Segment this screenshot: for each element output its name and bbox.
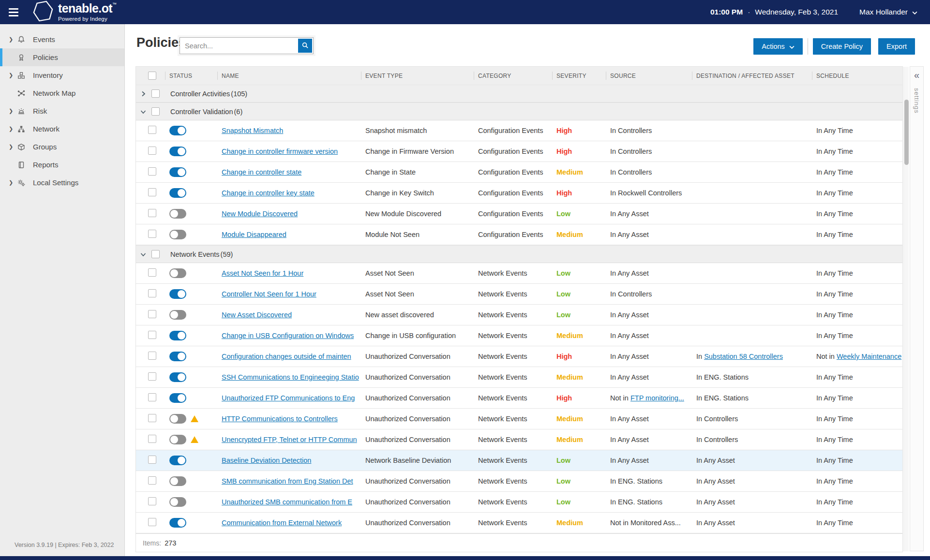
column-header-severity[interactable]: SEVERITY	[552, 67, 606, 85]
policy-name-link[interactable]: Controller Not Seen for 1 Hour	[222, 290, 316, 298]
settings-tab[interactable]: settings	[913, 88, 920, 114]
status-toggle-on[interactable]	[169, 372, 186, 382]
destination-link[interactable]: Substation 58 Controllers	[704, 353, 783, 360]
source-text: In Any Asset	[610, 415, 649, 423]
policy-name-link[interactable]: HTTP Communications to Controllers	[222, 415, 338, 423]
actions-button[interactable]: Actions	[753, 38, 803, 55]
source-cell: In Any Asset	[606, 231, 692, 238]
column-header-schedule[interactable]: SCHEDULE	[812, 67, 902, 85]
sidebar-item-inventory[interactable]: ❯Inventory	[0, 66, 124, 84]
select-all-checkbox[interactable]	[148, 72, 156, 80]
group-checkbox[interactable]	[151, 107, 160, 116]
row-checkbox[interactable]	[148, 476, 156, 485]
policy-name-link[interactable]: Unauthorized FTP Communications to Eng	[222, 394, 355, 402]
status-toggle-off[interactable]	[169, 435, 186, 444]
search-button[interactable]	[298, 39, 312, 53]
row-checkbox[interactable]	[148, 497, 156, 505]
policy-name-link[interactable]: SSH Communications to Engineeging Statio	[222, 373, 359, 381]
column-header-source[interactable]: SOURCE	[606, 67, 692, 85]
policy-name-link[interactable]: SMB communication from Eng Station Det	[222, 477, 353, 485]
policy-name-link[interactable]: Change in controller key state	[222, 189, 315, 197]
status-toggle-on[interactable]	[169, 188, 186, 198]
user-menu[interactable]: Max Hollander	[859, 8, 917, 16]
scrollbar-thumb[interactable]	[904, 100, 909, 165]
row-checkbox[interactable]	[148, 518, 156, 526]
column-header-name[interactable]: NAME	[217, 67, 361, 85]
status-toggle-off[interactable]	[169, 209, 186, 219]
sidebar-item-network-map[interactable]: Network Map	[0, 84, 124, 102]
policy-name-link[interactable]: Change in controller firmware version	[222, 147, 338, 155]
column-header-category[interactable]: CATEGORY	[474, 67, 552, 85]
hamburger-menu-icon[interactable]	[9, 8, 18, 16]
policy-name-link[interactable]: Change in controller state	[222, 168, 301, 176]
policy-row: Baseline Deviation DetectionNetwork Base…	[136, 450, 902, 471]
expand-panel-icon[interactable]: «	[914, 70, 919, 80]
sidebar-item-network[interactable]: ❯Network	[0, 120, 124, 138]
row-checkbox[interactable]	[148, 126, 156, 134]
schedule-link[interactable]: Weekly Maintenance	[837, 353, 901, 360]
row-checkbox[interactable]	[148, 372, 156, 381]
schedule-cell: In Any Time	[812, 394, 902, 402]
row-checkbox[interactable]	[148, 147, 156, 155]
sidebar-item-policies[interactable]: Policies	[0, 48, 124, 66]
policy-name-link[interactable]: Baseline Deviation Detection	[222, 457, 311, 464]
status-toggle-on[interactable]	[169, 167, 186, 177]
sidebar-item-events[interactable]: ❯Events	[0, 30, 124, 48]
policy-name-link[interactable]: Unencrypted FTP, Telnet or HTTP Commun	[222, 436, 357, 443]
column-header-event-type[interactable]: EVENT TYPE	[361, 67, 474, 85]
search-input[interactable]	[180, 42, 298, 50]
status-toggle-on[interactable]	[169, 289, 186, 299]
sidebar-item-groups[interactable]: ❯Groups	[0, 138, 124, 156]
status-toggle-on[interactable]	[169, 147, 186, 156]
policy-name-link[interactable]: Configuration changes outside of mainten	[222, 353, 351, 360]
policy-name-link[interactable]: Communication from External Network	[222, 519, 342, 527]
column-header-status[interactable]: STATUS	[165, 67, 217, 85]
status-toggle-off[interactable]	[169, 497, 186, 507]
sidebar-item-risk[interactable]: ❯Risk	[0, 102, 124, 120]
row-checkbox[interactable]	[148, 268, 156, 277]
status-toggle-on[interactable]	[169, 518, 186, 528]
row-checkbox[interactable]	[148, 167, 156, 176]
column-header-destination-affected-asset[interactable]: DESTINATION / AFFECTED ASSET	[692, 67, 812, 85]
row-checkbox[interactable]	[148, 188, 156, 196]
status-toggle-on[interactable]	[169, 456, 186, 465]
row-checkbox[interactable]	[148, 414, 156, 422]
sidebar-item-reports[interactable]: Reports	[0, 156, 124, 174]
status-toggle-on[interactable]	[169, 352, 186, 361]
policy-name-link[interactable]: Unauthorized SMB communication from E	[222, 498, 352, 506]
row-checkbox[interactable]	[148, 393, 156, 401]
policy-name-link[interactable]: New Module Discovered	[222, 210, 298, 218]
row-checkbox[interactable]	[148, 331, 156, 339]
status-toggle-on[interactable]	[169, 393, 186, 403]
schedule-text: In Any Time	[816, 189, 853, 197]
policy-name-link[interactable]: New Asset Discovered	[222, 311, 292, 319]
row-checkbox[interactable]	[148, 209, 156, 217]
group-expand-icon[interactable]	[139, 108, 147, 115]
row-checkbox[interactable]	[148, 230, 156, 238]
row-checkbox[interactable]	[148, 289, 156, 297]
export-button[interactable]: Export	[878, 38, 915, 55]
row-checkbox[interactable]	[148, 352, 156, 360]
status-toggle-on[interactable]	[169, 126, 186, 135]
row-checkbox[interactable]	[148, 456, 156, 464]
policy-name-link[interactable]: Snapshot Mismatch	[222, 127, 283, 134]
status-toggle-on[interactable]	[169, 331, 186, 340]
row-checkbox[interactable]	[148, 435, 156, 443]
group-expand-icon[interactable]	[139, 251, 147, 258]
sidebar-item-local-settings[interactable]: ❯Local Settings	[0, 174, 124, 192]
status-toggle-off[interactable]	[169, 268, 186, 278]
policy-name-link[interactable]: Change in USB Configuration on Windows	[222, 332, 354, 339]
group-expand-icon[interactable]	[139, 90, 147, 97]
status-toggle-off[interactable]	[169, 476, 186, 486]
policy-name-link[interactable]: Asset Not Seen for 1 Hour	[222, 269, 303, 277]
status-toggle-off[interactable]	[169, 310, 186, 320]
create-policy-button[interactable]: Create Policy	[813, 38, 871, 55]
status-toggle-off[interactable]	[169, 230, 186, 239]
source-link[interactable]: FTP monitoring...	[630, 394, 684, 402]
scrollbar-track[interactable]	[903, 67, 909, 551]
status-toggle-off[interactable]	[169, 414, 186, 424]
policy-name-link[interactable]: Module Disappeared	[222, 231, 286, 238]
group-checkbox[interactable]	[151, 89, 160, 98]
group-checkbox[interactable]	[151, 250, 160, 258]
row-checkbox[interactable]	[148, 310, 156, 318]
